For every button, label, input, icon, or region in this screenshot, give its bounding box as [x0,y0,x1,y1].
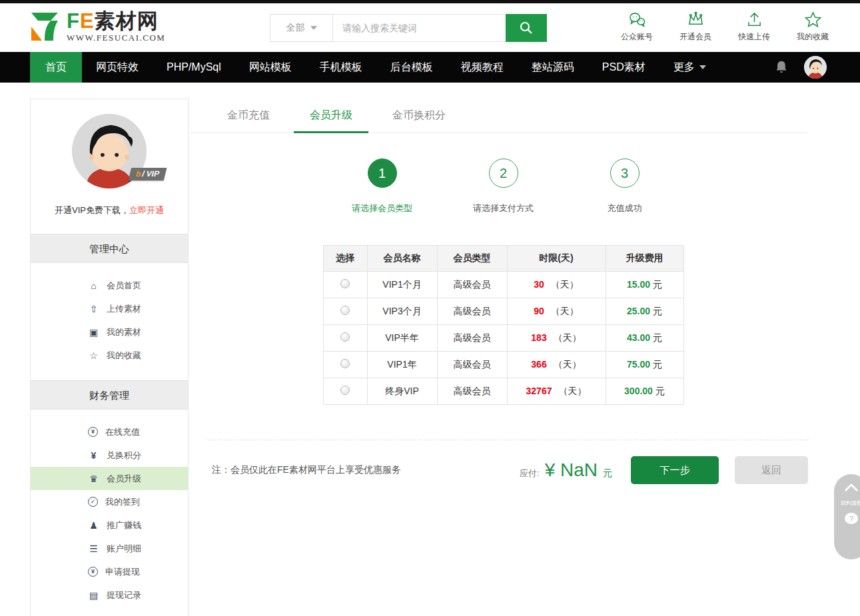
step-indicator: 1 请选择会员类型 2 请选择支付方式 3 充值成功 [189,158,818,214]
table-row: VIP3个月 高级会员 90（天） 25.00元 [323,298,683,325]
plan-days: 366 [531,359,546,370]
vip-badge[interactable]: b/VIP [129,168,167,180]
plan-price: 15.00 [627,279,650,290]
plan-name: VIP1个月 [367,272,437,298]
sidebar-item-label: 兑换积分 [107,450,141,462]
sidebar-item-my-checkin[interactable]: ✓我的签到 [31,490,188,513]
sidebar-section-finance[interactable]: 财务管理 [31,380,188,410]
help-bubble[interactable]: ? [845,513,858,524]
plan-radio[interactable] [340,279,350,288]
plan-radio[interactable] [340,306,350,315]
step-3: 3 充值成功 [582,158,667,214]
sidebar-item-my-favorites[interactable]: ☆我的收藏 [31,344,188,367]
image-icon: ▣ [88,328,99,337]
back-to-top-icon[interactable] [844,483,859,492]
next-step-button[interactable]: 下一步 [631,456,719,484]
search-button[interactable] [506,14,547,42]
quick-link-my-favorites[interactable]: 我的收藏 [793,11,832,43]
search-category-dropdown[interactable]: 全部 [270,14,332,42]
user-avatar[interactable] [804,56,827,79]
plan-days-unit: （天） [554,359,582,370]
sidebar-item-my-material[interactable]: ▣我的素材 [31,320,188,344]
sidebar-item-member-home[interactable]: ⌂会员首页 [31,274,188,297]
quick-link-open-vip[interactable]: 开通会员 [676,11,715,43]
brand-letter-e: E [80,9,95,33]
search-input[interactable] [332,14,506,42]
nav-item-web-effects[interactable]: 网页特效 [82,52,153,83]
plan-days-unit: （天） [558,386,586,396]
nav-item-video-tutorials[interactable]: 视频教程 [447,52,518,83]
nav-right-group [775,52,827,83]
open-vip-link[interactable]: 立即开通 [129,205,164,215]
step-1: 1 请选择会员类型 [340,158,425,214]
trophy-icon: ♛ [88,474,99,483]
sidebar-item-label: 我的签到 [105,496,140,508]
plan-radio[interactable] [340,359,350,368]
management-list: ⌂会员首页 ⇧上传素材 ▣我的素材 ☆我的收藏 [31,268,188,372]
notification-bell-icon[interactable] [775,60,788,75]
check-circle-icon: ✓ [88,497,98,507]
sidebar-item-member-upgrade[interactable]: ♛会员升级 [31,467,188,490]
yen-icon: ¥ [88,451,99,460]
step-label: 请选择支付方式 [473,202,534,214]
plan-type: 高级会员 [437,378,507,405]
sidebar-item-apply-withdraw[interactable]: ¥申请提现 [31,560,188,583]
sidebar-item-exchange-points[interactable]: ¥兑换积分 [31,444,188,467]
step-label: 充值成功 [608,202,642,214]
tab-bar: 金币充值 会员升级 金币换积分 [189,99,807,133]
plan-price: 43.00 [627,332,650,343]
site-url: WWW.FESUCAI.COM [67,33,165,43]
tab-coin-to-points[interactable]: 金币换积分 [372,99,466,133]
nav-item-home[interactable]: 首页 [30,52,82,83]
site-logo[interactable]: FE素材网 WWW.FESUCAI.COM [27,9,165,44]
avatar-face-icon [804,56,827,79]
brand-letter-f: F [67,9,80,33]
nav-item-admin-templates[interactable]: 后台模板 [376,52,447,83]
nav-item-psd[interactable]: PSD素材 [588,52,659,83]
logo-mark-icon [27,9,61,44]
quick-link-quick-upload[interactable]: 快速上传 [735,11,773,43]
plan-days-unit: （天） [551,306,579,316]
nav-item-site-templates[interactable]: 网站模板 [235,52,306,83]
star-icon: ☆ [88,351,99,360]
nav-item-php-mysql[interactable]: PHP/MySql [153,52,235,83]
back-to-top-text[interactable]: 回到顶部 [841,500,860,507]
main-nav: 首页 网页特效 PHP/MySql 网站模板 手机模板 后台模板 视频教程 整站… [0,52,860,83]
vip-promo-line: 开通VIP免费下载，立即开通 [31,204,188,216]
sidebar-section-management[interactable]: 管理中心 [31,234,188,263]
sidebar-item-label: 账户明细 [107,543,141,555]
plan-name: VIP半年 [367,325,437,352]
column-header-select: 选择 [323,246,367,272]
nav-item-more[interactable]: 更多 [659,52,720,83]
tab-member-upgrade[interactable]: 会员升级 [290,99,372,133]
quick-link-label: 我的收藏 [797,31,829,43]
plan-days-unit: （天） [554,332,582,343]
logo-text-block: FE素材网 WWW.FESUCAI.COM [67,11,165,43]
plan-price-unit: 元 [653,359,662,370]
sidebar-item-upload-material[interactable]: ⇧上传素材 [31,297,188,320]
quick-link-public-account[interactable]: 公众账号 [618,11,656,43]
sidebar-item-online-recharge[interactable]: ¥在线充值 [31,420,188,444]
quick-link-label: 快速上传 [738,31,770,43]
nav-more-label: 更多 [673,61,695,75]
vip-plans-table: 选择 会员名称 会员类型 时限(天) 升级费用 VIP1个月 高级会员 30（天… [323,245,684,405]
sidebar-item-label: 在线充值 [105,426,140,438]
sidebar-avatar-wrap: b/VIP [72,114,147,188]
table-row: VIP1年 高级会员 366（天） 75.00元 [323,352,683,378]
terms-note: 注：会员仅此在FE素材网平台上享受优惠服务 [212,464,401,476]
quick-link-label: 公众账号 [621,31,653,43]
plan-radio[interactable] [340,332,350,342]
nav-item-mobile-templates[interactable]: 手机模板 [306,52,376,83]
back-button[interactable]: 返回 [735,456,808,484]
plan-radio[interactable] [340,386,350,395]
finance-list: ¥在线充值 ¥兑换积分 ♛会员升级 ✓我的签到 ♟推广赚钱 ☰账户明细 ¥申请提… [31,415,188,612]
sidebar-item-account-details[interactable]: ☰账户明细 [31,537,188,560]
yen-circle-icon: ¥ [88,427,98,437]
tab-coin-recharge[interactable]: 金币充值 [207,99,290,133]
sidebar-item-withdraw-records[interactable]: ▤提现记录 [31,583,188,607]
chevron-down-icon [699,65,706,69]
nav-item-full-source[interactable]: 整站源码 [518,52,588,83]
sidebar-item-promote-earn[interactable]: ♟推广赚钱 [31,513,188,537]
table-header-row: 选择 会员名称 会员类型 时限(天) 升级费用 [323,246,683,272]
plan-price-unit: 元 [653,306,662,316]
